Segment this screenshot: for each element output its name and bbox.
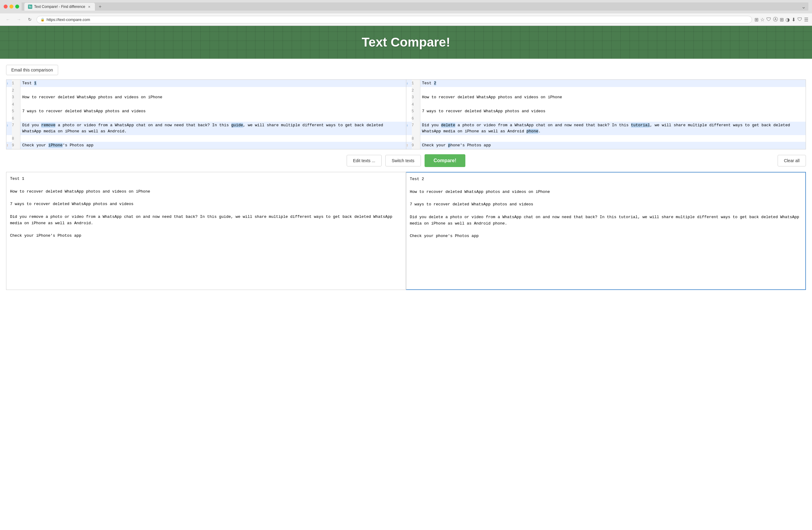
- table-row: 3 How to recover deleted WhatsApp photos…: [406, 94, 806, 101]
- guard-icon[interactable]: 🛡: [797, 17, 802, 22]
- theme-icon[interactable]: ◑: [785, 17, 790, 23]
- browser-chrome: Tc Text Compare! - Find difference ✕ + ⌄…: [0, 0, 812, 26]
- table-row: 2: [6, 87, 406, 94]
- tab-bar: Tc Text Compare! - Find difference ✕ + ⌄: [21, 2, 808, 11]
- page: Text Compare! Email this comparison ↓ 1 …: [0, 26, 812, 530]
- table-row: 5 7 ways to recover deleted WhatsApp pho…: [6, 108, 406, 115]
- line-content: [420, 101, 806, 108]
- tab-list-icon[interactable]: ⌄: [801, 3, 806, 10]
- table-row: 6: [6, 115, 406, 122]
- table-row: 2: [406, 87, 806, 94]
- line-number: 2: [412, 87, 420, 94]
- line-number: 4: [12, 101, 20, 108]
- line-indicator: [6, 108, 12, 115]
- profile-icon[interactable]: Ⓐ: [773, 16, 778, 23]
- title-bar: Tc Text Compare! - Find difference ✕ + ⌄: [0, 0, 812, 13]
- line-indicator: ↕: [406, 142, 412, 149]
- line-content: Check your iPhone's Photos app: [20, 142, 406, 149]
- grid-icon[interactable]: ⊞: [754, 17, 758, 23]
- back-button[interactable]: ←: [4, 15, 12, 24]
- download-icon[interactable]: ⬇: [792, 17, 796, 23]
- table-row: 8: [406, 135, 806, 142]
- edit-texts-button[interactable]: Edit texts ...: [347, 155, 382, 166]
- line-content: How to recover deleted WhatsApp photos a…: [20, 94, 406, 101]
- line-number: 5: [12, 108, 20, 115]
- line-number: 9: [412, 142, 420, 149]
- line-number: 1: [412, 80, 420, 87]
- line-indicator: [406, 115, 412, 122]
- compare-button[interactable]: Compare!: [424, 154, 466, 167]
- active-tab[interactable]: Tc Text Compare! - Find difference ✕: [24, 2, 95, 11]
- line-number: 8: [412, 135, 420, 142]
- right-line-container: ↓ 1 Test 2 2 3 How to recover delet: [406, 80, 806, 149]
- line-indicator: [406, 108, 412, 115]
- line-indicator: ↓: [6, 122, 12, 135]
- line-indicator: ↓: [406, 80, 412, 87]
- tab-close-icon[interactable]: ✕: [87, 4, 91, 9]
- line-indicator: [406, 87, 412, 94]
- traffic-lights: [4, 4, 19, 9]
- table-row: ↓ 7 Did you delete a photo or video from…: [406, 122, 806, 135]
- browser-nav-icons: ⊞ ☆ 🛡 Ⓐ ⊞ ◑ ⬇ 🛡 ☰: [754, 16, 808, 23]
- line-indicator: ↓: [6, 80, 12, 87]
- line-number: 4: [412, 101, 420, 108]
- email-comparison-button[interactable]: Email this comparison: [6, 65, 58, 75]
- action-bar: Edit texts ... Switch texts Compare! Cle…: [6, 154, 806, 167]
- left-textarea[interactable]: Test 1 How to recover deleted WhatsApp p…: [6, 172, 406, 288]
- table-row: ↕ 9 Check your iPhone's Photos app: [6, 142, 406, 149]
- line-content: Did you remove a photo or video from a W…: [20, 122, 406, 135]
- right-result-panel: Test 2 How to recover deleted WhatsApp p…: [406, 172, 806, 290]
- menu-icon[interactable]: ☰: [804, 17, 808, 23]
- line-number: 6: [412, 115, 420, 122]
- line-number: 3: [12, 94, 20, 101]
- main-content: Email this comparison ↓ 1 Test 1 2: [0, 59, 812, 296]
- address-bar[interactable]: 🔒 https://text-compare.com: [37, 16, 752, 24]
- line-indicator: [6, 87, 12, 94]
- line-content: Test 1: [20, 80, 406, 87]
- line-number: 2: [12, 87, 20, 94]
- line-content: 7 ways to recover deleted WhatsApp photo…: [20, 108, 406, 115]
- star-icon[interactable]: ☆: [760, 17, 765, 23]
- line-indicator: [406, 135, 412, 142]
- table-row: ↓ 7 Did you remove a photo or video from…: [6, 122, 406, 135]
- maximize-button[interactable]: [15, 4, 19, 9]
- line-indicator: [6, 101, 12, 108]
- line-number: 9: [12, 142, 20, 149]
- tab-title: Text Compare! - Find difference: [34, 4, 85, 9]
- shield-icon[interactable]: 🛡: [766, 17, 771, 22]
- table-row: ↓ 1 Test 2: [406, 80, 806, 87]
- left-result-panel: Test 1 How to recover deleted WhatsApp p…: [6, 172, 406, 290]
- close-button[interactable]: [4, 4, 8, 9]
- line-content: [20, 135, 406, 142]
- extensions-icon[interactable]: ⊞: [780, 17, 784, 23]
- table-row: ↕ 9 Check your phone's Photos app: [406, 142, 806, 149]
- line-content: Check your phone's Photos app: [420, 142, 806, 149]
- line-number: 5: [412, 108, 420, 115]
- tab-favicon: Tc: [28, 4, 32, 9]
- compare-panels: ↓ 1 Test 1 2 3 How to recover delet: [6, 79, 806, 149]
- reload-button[interactable]: ↻: [26, 15, 34, 24]
- line-content: [420, 135, 806, 142]
- nav-bar: ← → ↻ 🔒 https://text-compare.com ⊞ ☆ 🛡 Ⓐ…: [0, 13, 812, 26]
- site-header: Text Compare!: [0, 26, 812, 59]
- line-indicator: [406, 94, 412, 101]
- line-indicator: ↓: [406, 122, 412, 135]
- switch-texts-button[interactable]: Switch texts: [385, 155, 421, 166]
- line-content: [420, 115, 806, 122]
- line-number: 3: [412, 94, 420, 101]
- line-content: [20, 87, 406, 94]
- lock-icon: 🔒: [41, 18, 45, 21]
- clear-all-button[interactable]: Clear all: [778, 155, 806, 166]
- table-row: 5 7 ways to recover deleted WhatsApp pho…: [406, 108, 806, 115]
- minimize-button[interactable]: [10, 4, 13, 9]
- url-display: https://text-compare.com: [46, 17, 90, 22]
- left-diff-panel: ↓ 1 Test 1 2 3 How to recover delet: [6, 80, 406, 149]
- line-content: How to recover deleted WhatsApp photos a…: [420, 94, 806, 101]
- result-panels: Test 1 How to recover deleted WhatsApp p…: [6, 172, 806, 290]
- forward-button[interactable]: →: [15, 15, 23, 24]
- table-row: 8: [6, 135, 406, 142]
- line-number: 6: [12, 115, 20, 122]
- new-tab-button[interactable]: +: [97, 3, 104, 10]
- right-textarea[interactable]: Test 2 How to recover deleted WhatsApp p…: [406, 173, 806, 288]
- line-number: 7: [412, 122, 420, 135]
